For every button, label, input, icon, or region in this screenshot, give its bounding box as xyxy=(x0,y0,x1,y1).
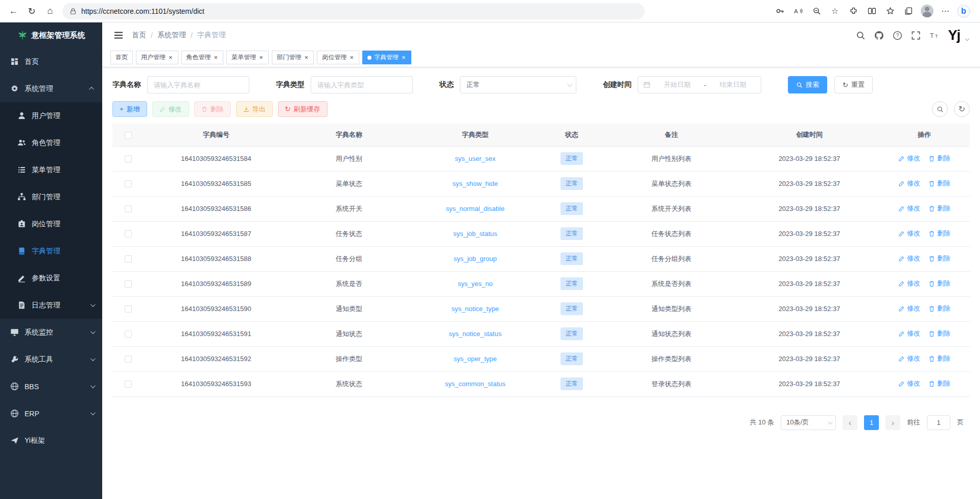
address-bar[interactable]: https://ccnetcore.com:1101/system/dict xyxy=(62,3,645,19)
sidebar-item-2[interactable]: 用户管理 xyxy=(0,102,102,129)
row-checkbox[interactable] xyxy=(125,205,132,212)
extensions-icon[interactable] xyxy=(845,3,861,19)
profile-avatar[interactable] xyxy=(919,3,935,19)
delete-row-button[interactable]: 删除 xyxy=(928,354,950,363)
delete-row-button[interactable]: 删除 xyxy=(928,279,950,288)
add-button[interactable]: +新增 xyxy=(112,101,147,117)
sidebar-item-11[interactable]: 系统工具 xyxy=(0,346,102,373)
edit-row-button[interactable]: 修改 xyxy=(898,204,920,213)
dict-type-link[interactable]: sys_user_sex xyxy=(455,155,495,162)
favorites-bar-icon[interactable] xyxy=(882,3,898,19)
tab-1[interactable]: 用户管理× xyxy=(136,51,178,64)
row-checkbox[interactable] xyxy=(125,381,132,388)
row-checkbox[interactable] xyxy=(125,155,132,162)
export-button[interactable]: 导出 xyxy=(236,101,273,117)
edit-row-button[interactable]: 修改 xyxy=(898,154,920,163)
dict-type-link[interactable]: sys_yes_no xyxy=(458,280,493,288)
edit-button[interactable]: 修改 xyxy=(152,101,189,117)
url-text[interactable]: https://ccnetcore.com:1101/system/dict xyxy=(81,7,204,15)
dict-type-input[interactable] xyxy=(311,76,413,93)
close-tab-icon[interactable]: × xyxy=(349,54,354,61)
dict-type-link[interactable]: sys_job_status xyxy=(453,230,497,237)
collections-icon[interactable] xyxy=(900,3,917,19)
delete-row-button[interactable]: 删除 xyxy=(928,254,950,263)
edit-row-button[interactable]: 修改 xyxy=(898,329,920,338)
delete-row-button[interactable]: 删除 xyxy=(928,179,950,188)
sidebar-item-13[interactable]: ERP xyxy=(0,400,102,427)
edit-row-button[interactable]: 修改 xyxy=(898,304,920,313)
reset-button[interactable]: ↻ 重置 xyxy=(834,76,873,93)
tab-2[interactable]: 角色管理× xyxy=(181,51,224,64)
browser-refresh-button[interactable]: ↻ xyxy=(22,3,41,20)
sidebar-item-10[interactable]: 系统监控 xyxy=(0,319,102,346)
edit-row-button[interactable]: 修改 xyxy=(898,354,920,363)
tab-5[interactable]: 岗位管理× xyxy=(317,51,359,64)
zoom-out-icon[interactable] xyxy=(808,3,825,19)
yj-brand-logo[interactable]: Yj xyxy=(948,29,960,42)
sidebar-item-14[interactable]: Yi框架 xyxy=(0,427,102,454)
chevron-down-icon[interactable] xyxy=(965,37,969,41)
read-aloud-icon[interactable]: A xyxy=(790,3,806,19)
toggle-search-button[interactable] xyxy=(932,101,948,117)
close-tab-icon[interactable]: × xyxy=(214,54,219,61)
delete-row-button[interactable]: 删除 xyxy=(928,304,950,313)
edit-row-button[interactable]: 修改 xyxy=(898,379,920,388)
sidebar-item-8[interactable]: 参数设置 xyxy=(0,265,102,292)
sidebar-item-12[interactable]: BBS xyxy=(0,373,102,400)
delete-row-button[interactable]: 删除 xyxy=(928,379,950,388)
sidebar-item-0[interactable]: 首页 xyxy=(0,48,102,75)
tab-6[interactable]: 字典管理× xyxy=(362,51,411,64)
sidebar-item-9[interactable]: 日志管理 xyxy=(0,292,102,319)
add-favorite-star-icon[interactable]: ☆ xyxy=(827,3,843,19)
page-size-select[interactable]: 10条/页 xyxy=(781,415,836,430)
header-search-icon[interactable] xyxy=(856,31,866,40)
fullscreen-icon[interactable] xyxy=(911,31,921,40)
close-tab-icon[interactable]: × xyxy=(304,54,309,61)
bing-chat-icon[interactable]: b xyxy=(955,3,972,19)
sidebar-item-5[interactable]: 部门管理 xyxy=(0,183,102,210)
help-icon[interactable]: ? xyxy=(893,31,902,40)
row-checkbox[interactable] xyxy=(125,305,132,313)
status-select[interactable]: 正常 xyxy=(460,76,576,93)
hamburger-icon[interactable] xyxy=(113,30,124,40)
edit-row-button[interactable]: 修改 xyxy=(898,179,920,188)
delete-row-button[interactable]: 删除 xyxy=(928,229,950,238)
close-tab-icon[interactable]: × xyxy=(168,54,173,61)
dict-type-link[interactable]: sys_show_hide xyxy=(453,180,498,187)
sidebar-item-3[interactable]: 角色管理 xyxy=(0,129,102,156)
date-range-picker[interactable]: 开始日期 - 结束日期 xyxy=(638,76,761,93)
row-checkbox[interactable] xyxy=(125,280,132,288)
dict-name-input[interactable] xyxy=(147,76,249,93)
delete-row-button[interactable]: 删除 xyxy=(928,204,950,213)
sidebar-item-6[interactable]: 岗位管理 xyxy=(0,210,102,237)
delete-row-button[interactable]: 删除 xyxy=(928,154,950,163)
sidebar-item-1[interactable]: 系统管理 xyxy=(0,75,102,102)
password-key-icon[interactable] xyxy=(772,3,788,19)
dict-type-link[interactable]: sys_normal_disable xyxy=(446,205,505,212)
prev-page-button[interactable]: ‹ xyxy=(843,415,857,430)
browser-back-button[interactable]: ← xyxy=(4,3,22,20)
delete-button[interactable]: 删除 xyxy=(194,101,231,117)
refresh-cache-button[interactable]: ↻ 刷新缓存 xyxy=(278,101,328,117)
app-logo[interactable]: 意框架管理系统 xyxy=(0,22,102,48)
search-button[interactable]: 搜索 xyxy=(788,76,827,93)
close-tab-icon[interactable]: × xyxy=(401,54,406,61)
edit-row-button[interactable]: 修改 xyxy=(898,279,920,288)
dict-type-link[interactable]: sys_common_status xyxy=(445,380,506,388)
split-screen-icon[interactable] xyxy=(864,3,880,19)
close-tab-icon[interactable]: × xyxy=(259,54,264,61)
current-page-button[interactable]: 1 xyxy=(864,415,879,430)
font-size-icon[interactable]: TT xyxy=(929,31,939,40)
tab-4[interactable]: 部门管理× xyxy=(272,51,314,64)
github-icon[interactable] xyxy=(874,31,884,40)
refresh-table-button[interactable]: ↻ xyxy=(954,101,970,117)
goto-page-input[interactable] xyxy=(927,415,950,430)
dict-type-link[interactable]: sys_notice_status xyxy=(449,330,501,338)
row-checkbox[interactable] xyxy=(125,355,132,363)
sidebar-item-4[interactable]: 菜单管理 xyxy=(0,156,102,183)
dict-type-link[interactable]: sys_oper_type xyxy=(454,355,497,363)
dict-type-link[interactable]: sys_job_group xyxy=(454,255,497,263)
sidebar-item-7[interactable]: 字典管理 xyxy=(0,237,102,265)
edit-row-button[interactable]: 修改 xyxy=(898,254,920,263)
tab-0[interactable]: 首页 xyxy=(110,51,133,64)
